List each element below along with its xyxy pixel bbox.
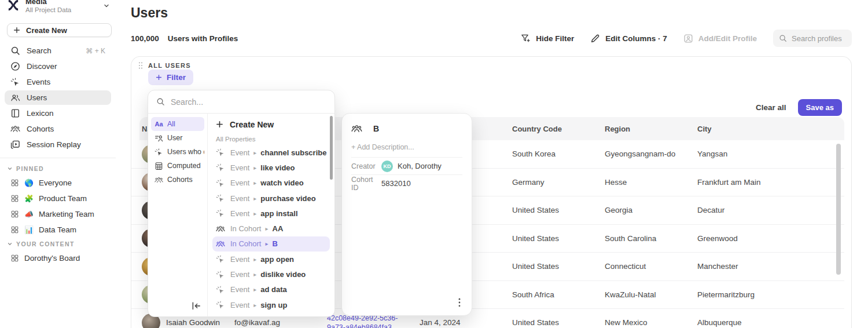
replay-icon (10, 140, 20, 150)
add-description-button[interactable]: + Add Description... (351, 143, 462, 151)
dropdown-item-dislike-video[interactable]: Event ▸ dislike video (212, 267, 330, 282)
add-filter-button[interactable]: Filter (148, 70, 193, 85)
drag-handle-icon[interactable] (138, 61, 143, 70)
search-icon (10, 46, 20, 56)
search-profiles-box[interactable] (773, 30, 852, 47)
hide-filter-button[interactable]: Hide Filter (521, 34, 574, 43)
app-logo-icon (6, 0, 21, 13)
dropdown-body: Aa All User Users who di... (148, 114, 334, 316)
dropdown-item-sign-up[interactable]: Event ▸ sign up (212, 297, 330, 312)
discover-icon (10, 61, 20, 71)
pinned-section-header[interactable]: PINNED (0, 163, 116, 174)
dropdown-item-purchase-video[interactable]: Event ▸ purchase video (212, 191, 330, 206)
city-cell: Greenwood (697, 234, 844, 243)
dropdown-search-input[interactable] (171, 97, 326, 107)
more-options-icon[interactable] (457, 298, 462, 308)
region-cell: South Carolina (605, 234, 697, 243)
creator-row: Creator KD Koh, Dorothy (351, 157, 462, 174)
clear-all-button[interactable]: Clear all (756, 103, 786, 112)
dropdown-item-like-video[interactable]: Event ▸ like video (212, 160, 330, 175)
dropdown-item-app-open[interactable]: Event ▸ app open (212, 252, 330, 267)
search-profiles-input[interactable] (792, 34, 846, 43)
event-icon (216, 163, 225, 172)
dropdown-item-b[interactable]: In Cohort ▸ B (212, 236, 330, 252)
pinned-board-data-team[interactable]: 📊 Data Team (5, 223, 111, 237)
board-emoji: 📊 (24, 225, 34, 234)
event-icon (216, 209, 225, 218)
sidebar-item-users[interactable]: Users (5, 90, 111, 105)
event-icon (10, 77, 20, 87)
dropdown-item-app-install[interactable]: Event ▸ app install (212, 206, 330, 221)
sidebar-item-events[interactable]: Events (5, 75, 111, 89)
dropdown-item-watch-video[interactable]: Event ▸ watch video (212, 176, 330, 191)
project-meta: Media All Project Data (25, 0, 103, 14)
header-actions: Hide Filter Edit Columns · 7 Add/Edit Pr… (521, 29, 852, 48)
dropdown-category-users-who-di[interactable]: Users who di... (151, 145, 204, 159)
users-icon (10, 93, 20, 103)
city-cell: Yangsan (697, 150, 844, 158)
add-edit-profile-button[interactable]: Add/Edit Profile (683, 34, 757, 43)
chevron-down-icon (7, 241, 13, 247)
cohort-id-value: 5832010 (381, 179, 411, 188)
cohorts-icon (216, 224, 225, 234)
profile-count-row: 100,000 Users with Profiles (131, 34, 238, 43)
edit-columns-button[interactable]: Edit Columns · 7 (590, 34, 667, 43)
event-icon (216, 254, 225, 264)
caret-right-separator: ▸ (253, 271, 256, 278)
pinned-board-everyone[interactable]: 🌎 Everyone (5, 176, 111, 190)
sidebar-item-session-replay[interactable]: Session Replay (5, 137, 111, 152)
region-cell: Georgia (605, 206, 697, 214)
caret-right-separator: ▸ (253, 195, 256, 202)
app-root: Media All Project Data Create New Search… (0, 0, 868, 328)
search-icon (779, 34, 787, 42)
caret-right-separator: ▸ (265, 240, 268, 247)
project-subtitle: All Project Data (25, 6, 103, 14)
sidebar-item-cohorts[interactable]: Cohorts (5, 122, 111, 136)
region-cell: Hesse (605, 178, 697, 187)
plus-icon (13, 27, 20, 34)
project-switcher[interactable]: Media All Project Data (0, 0, 116, 20)
dropdown-category-user[interactable]: User (151, 131, 204, 145)
sidebar-item-lexicon[interactable]: Lexicon (5, 106, 111, 121)
dropdown-item-ad-data[interactable]: Event ▸ ad data (212, 282, 330, 297)
creator-avatar: KD (381, 161, 393, 172)
dropdown-item-aa[interactable]: In Cohort ▸ AA (212, 221, 330, 236)
dropdown-item-channel-subscribe[interactable]: Event ▸ channel subscribe (212, 145, 330, 160)
board-grid-icon (10, 225, 19, 234)
country-code-cell: United States (512, 206, 605, 214)
caret-right-separator: ▸ (265, 225, 268, 232)
column-header-region[interactable]: Region (605, 125, 697, 133)
sidebar-item-discover[interactable]: Discover (5, 59, 111, 74)
cohort-detail-card: B + Add Description... Creator KD Koh, D… (341, 113, 472, 316)
cohort-title: B (373, 124, 379, 133)
your-content-section-header[interactable]: YOUR CONTENT (0, 238, 116, 250)
cohort-title-row: B (351, 122, 462, 136)
table-scrollbar-thumb[interactable] (836, 144, 841, 275)
column-header-country-code[interactable]: Country Code (512, 125, 605, 133)
dropdown-scrollbar-thumb[interactable] (330, 116, 333, 180)
cohort-id-row: Cohort ID 5832010 (351, 174, 462, 192)
filter-actions: Clear all Save as (756, 99, 842, 116)
column-header-city[interactable]: City (697, 125, 844, 133)
pinned-board-marketing-team[interactable]: 📣 Marketing Team (5, 207, 111, 221)
dropdown-category-cohorts[interactable]: Cohorts (151, 173, 204, 187)
event-icon (216, 178, 225, 188)
event-icon (216, 285, 225, 294)
filter-group-label: ALL USERS (148, 62, 191, 69)
dropdown-search-box[interactable] (148, 90, 334, 114)
sidebar-item-search[interactable]: Search ⌘ + K (5, 43, 111, 58)
dropdown-create-new[interactable]: Create New (212, 116, 330, 132)
save-as-button[interactable]: Save as (798, 99, 842, 116)
filter-dropdown: Aa All User Users who di... (148, 90, 335, 317)
create-new-button[interactable]: Create New (7, 23, 112, 37)
pinned-board-product-team[interactable]: 🧩 Product Team (5, 191, 111, 206)
collapse-left-icon[interactable] (191, 301, 201, 311)
dropdown-category-computed[interactable]: Computed (151, 159, 204, 173)
caret-right-separator: ▸ (253, 165, 256, 171)
dropdown-category-all[interactable]: Aa All (151, 117, 204, 131)
board-emoji: 🧩 (24, 194, 34, 203)
country-code-cell: South Korea (512, 150, 605, 158)
your-content-board-dorothy-s-board[interactable]: Dorothy's Board (5, 251, 111, 265)
dropdown-item-list: Create New All Properties Event ▸ channe… (208, 114, 334, 316)
cohorts-icon (216, 239, 225, 249)
